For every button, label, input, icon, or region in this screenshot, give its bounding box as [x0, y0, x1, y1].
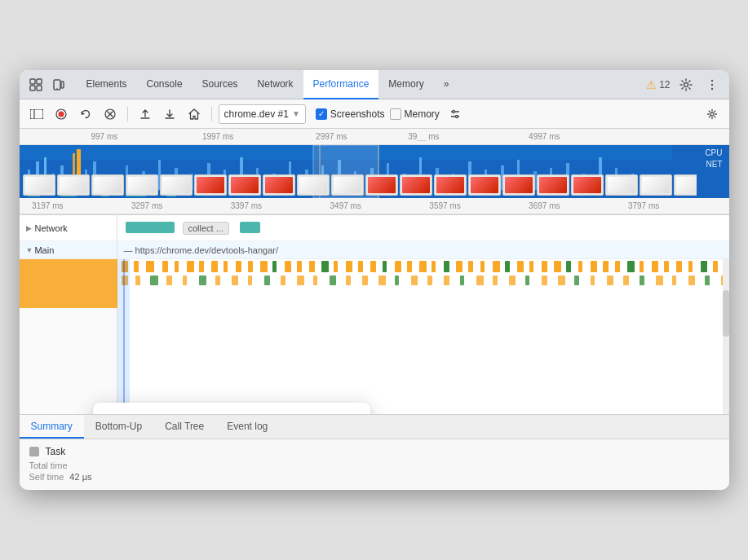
svg-rect-159 — [656, 276, 663, 285]
memory-checkbox[interactable] — [390, 108, 401, 120]
tab-performance[interactable]: Performance — [303, 70, 379, 99]
svg-rect-112 — [554, 261, 561, 272]
capture-settings-icon — [706, 108, 718, 120]
svg-rect-144 — [411, 276, 418, 285]
capture-settings-button[interactable] — [702, 104, 723, 125]
flame-chart-content — [20, 259, 729, 414]
svg-rect-154 — [574, 276, 579, 285]
svg-rect-82 — [187, 261, 194, 272]
tab-sources[interactable]: Sources — [193, 70, 248, 99]
tab-call-tree[interactable]: Call Tree — [153, 415, 215, 439]
svg-rect-3 — [37, 86, 42, 90]
b-time-2: 3297 ms — [131, 201, 162, 210]
sidebar-toggle-button[interactable] — [26, 104, 47, 125]
svg-rect-148 — [476, 276, 484, 285]
tab-memory[interactable]: Memory — [378, 70, 433, 99]
svg-point-7 — [684, 82, 688, 86]
task-label: Task — [46, 446, 66, 457]
svg-rect-5 — [61, 82, 64, 88]
network-label: Network — [35, 223, 68, 233]
svg-rect-140 — [346, 276, 351, 285]
collect-badge: collect ... — [183, 222, 229, 235]
expand-arrow-icon[interactable]: ▶ — [26, 224, 32, 232]
svg-rect-83 — [199, 261, 204, 272]
screenshots-checkbox-label[interactable]: ✓ Screenshots — [316, 108, 385, 120]
svg-rect-129 — [166, 276, 172, 285]
screenshot-thumb — [605, 174, 638, 196]
warning-count: 12 — [659, 79, 670, 90]
clear-icon — [104, 108, 116, 120]
net-label: NET — [706, 160, 723, 169]
total-time-label: Total time — [29, 461, 68, 470]
warning-button[interactable]: ⚠ 12 — [646, 78, 670, 91]
svg-rect-125 — [713, 261, 718, 272]
svg-rect-110 — [529, 261, 533, 272]
settings-button[interactable] — [675, 74, 697, 95]
flame-svg — [117, 259, 729, 414]
overview-area[interactable]: CPU NET — [20, 145, 729, 198]
tab-network[interactable]: Network — [248, 70, 303, 99]
device-icon-btn[interactable] — [49, 75, 69, 95]
scrollbar-thumb[interactable] — [723, 290, 729, 337]
screenshot-thumb — [674, 174, 697, 196]
svg-rect-147 — [460, 276, 464, 285]
svg-rect-118 — [627, 261, 635, 272]
top-time-ruler: 997 ms 1997 ms 2997 ms 39__ ms 4997 ms — [20, 129, 729, 145]
home-button[interactable] — [184, 104, 205, 125]
svg-rect-130 — [183, 276, 187, 285]
record-icon — [55, 108, 67, 120]
svg-rect-149 — [493, 276, 498, 285]
bottom-tabs: Summary Bottom-Up Call Tree Event log — [20, 415, 729, 439]
screenshot-thumb — [537, 174, 569, 196]
tab-more[interactable]: » — [434, 70, 459, 99]
download-button[interactable] — [159, 104, 180, 125]
devtools-window: Elements Console Sources Network Perform… — [20, 70, 729, 490]
profile-selector[interactable]: chrome.dev #1 ▼ — [219, 104, 306, 124]
svg-rect-138 — [313, 276, 317, 285]
ask-ai-menu-item[interactable]: Ask AI — [93, 406, 370, 414]
cursor-icon-btn[interactable] — [26, 75, 46, 95]
screenshot-thumb — [640, 174, 672, 196]
tab-elements[interactable]: Elements — [77, 70, 137, 99]
svg-rect-96 — [358, 261, 363, 272]
svg-rect-157 — [623, 276, 629, 285]
context-menu: Ask AI Hide function H Hide children C H… — [93, 403, 370, 414]
svg-rect-124 — [701, 261, 707, 272]
flame-chart-area: ▶ Network collect ... ▼ Main — https://c… — [20, 215, 729, 414]
screenshot-thumb — [434, 174, 467, 196]
collapse-arrow-icon[interactable]: ▼ — [26, 246, 33, 254]
time-marker-2: 1997 ms — [202, 132, 233, 141]
screenshot-thumb — [571, 174, 604, 196]
upload-button[interactable] — [135, 104, 156, 125]
tab-event-log[interactable]: Event log — [215, 415, 279, 439]
svg-rect-100 — [407, 261, 412, 272]
svg-rect-101 — [419, 261, 427, 272]
vertical-scrollbar[interactable] — [723, 259, 729, 414]
svg-rect-103 — [444, 261, 449, 272]
tab-summary[interactable]: Summary — [20, 415, 84, 439]
b-time-6: 3697 ms — [529, 201, 560, 210]
svg-rect-79 — [146, 261, 154, 272]
tab-bottom-up[interactable]: Bottom-Up — [84, 415, 153, 439]
network-bar — [126, 222, 175, 233]
svg-rect-158 — [640, 276, 644, 285]
reload-button[interactable] — [75, 104, 96, 125]
memory-config-icon[interactable] — [445, 104, 466, 125]
screenshots-row: ✓ Screenshots Memory — [316, 104, 466, 125]
more-options-button[interactable] — [702, 74, 723, 95]
screenshot-thumb — [194, 174, 227, 196]
svg-rect-108 — [505, 261, 510, 272]
svg-rect-128 — [150, 276, 158, 285]
tab-console[interactable]: Console — [137, 70, 193, 99]
memory-checkbox-label[interactable]: Memory — [390, 108, 440, 120]
svg-rect-104 — [456, 261, 463, 272]
svg-rect-94 — [334, 261, 338, 272]
screenshot-thumb — [297, 174, 330, 196]
screenshots-checkbox[interactable]: ✓ — [316, 108, 327, 120]
main-label: Main — [34, 245, 54, 255]
clear-button[interactable] — [100, 104, 121, 125]
upload-icon — [139, 108, 151, 120]
svg-rect-132 — [215, 276, 220, 285]
record-button[interactable] — [51, 104, 72, 125]
svg-rect-152 — [542, 276, 547, 285]
